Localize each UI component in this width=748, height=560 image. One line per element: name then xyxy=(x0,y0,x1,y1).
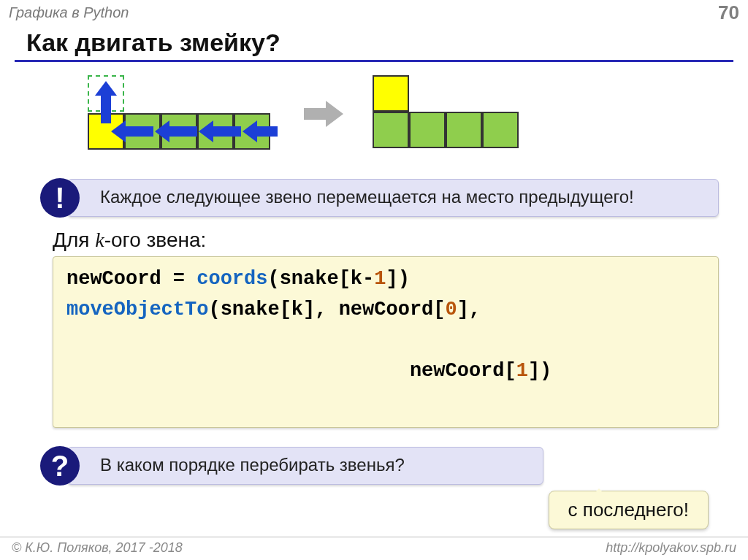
snake-body-cell xyxy=(409,112,446,148)
page-number: 70 xyxy=(718,1,739,24)
callout-question: ? В каком порядке перебирать звенья? xyxy=(67,447,543,485)
svg-marker-3 xyxy=(199,120,241,142)
exclamation-badge: ! xyxy=(40,178,80,218)
arrow-left-icon xyxy=(155,120,197,142)
svg-marker-5 xyxy=(304,101,343,127)
arrow-right-icon xyxy=(304,101,343,127)
callout-text: В каком порядке перебирать звенья? xyxy=(100,455,405,475)
callout-text: Каждое следующее звено перемещается на м… xyxy=(100,187,634,207)
svg-marker-2 xyxy=(155,120,197,142)
arrow-left-icon xyxy=(243,120,278,142)
arrow-left-icon xyxy=(199,120,241,142)
code-line: newCoord[1]) xyxy=(66,326,705,418)
slide-title: Как двигать змейку? xyxy=(0,24,748,60)
arrow-left-icon xyxy=(111,120,153,142)
snake-body-cell xyxy=(373,112,409,148)
code-block: newCoord = coords(snake[k-1]) moveObject… xyxy=(53,256,719,428)
snake-body-cell xyxy=(446,112,482,148)
course-name: Графика в Python xyxy=(9,4,129,21)
svg-marker-4 xyxy=(243,120,278,142)
answer-box: с последнего! xyxy=(549,491,709,529)
for-k-label: Для k-ого звена: xyxy=(53,229,748,252)
code-line: newCoord = coords(snake[k-1]) xyxy=(66,264,705,295)
code-line: moveObjectTo(snake[k], newCoord[0], xyxy=(66,295,705,326)
footer-url: http://kpolyakov.spb.ru xyxy=(606,540,736,556)
snake-diagram xyxy=(88,75,748,153)
footer: © К.Ю. Поляков, 2017 -2018 http://kpolya… xyxy=(0,537,748,560)
snake-body-cell xyxy=(482,112,519,148)
copyright: © К.Ю. Поляков, 2017 -2018 xyxy=(12,540,183,556)
snake-before xyxy=(88,75,275,153)
arrow-up-icon xyxy=(95,81,117,123)
top-bar: Графика в Python 70 xyxy=(0,0,748,24)
snake-after xyxy=(373,75,555,153)
svg-marker-1 xyxy=(111,120,153,142)
snake-head-cell xyxy=(373,75,409,112)
svg-marker-0 xyxy=(95,81,117,123)
callout-move: ! Каждое следующее звено перемещается на… xyxy=(67,179,719,217)
title-underline xyxy=(15,60,733,62)
question-badge: ? xyxy=(40,446,80,486)
